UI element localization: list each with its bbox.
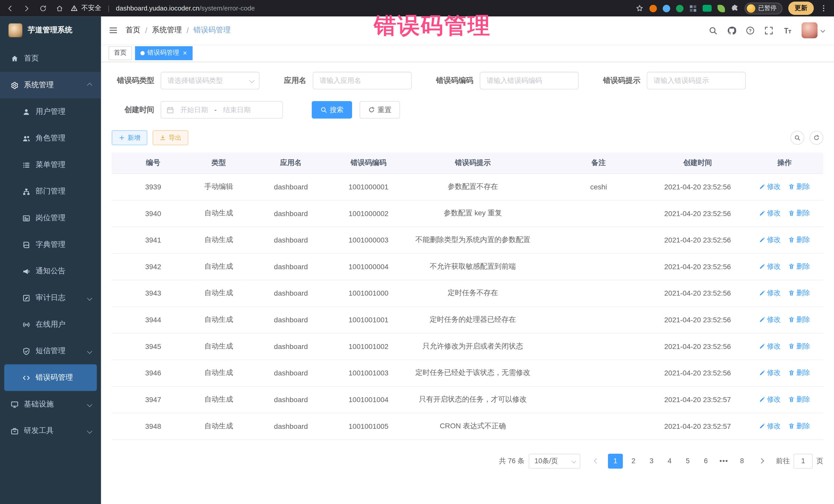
browser-back-button[interactable] <box>6 5 14 12</box>
browser-profile-chip[interactable]: 已暂停 <box>744 2 783 14</box>
browser-home-button[interactable] <box>56 5 63 12</box>
help-icon[interactable]: ? <box>746 26 755 35</box>
user-avatar-menu[interactable] <box>802 22 825 38</box>
address-url[interactable]: dashboard.yudao.iocoder.cn/system/error-… <box>116 5 255 12</box>
sidebar-item-dept-management[interactable]: 部门管理 <box>0 178 101 205</box>
extension-icon-blue-drop[interactable] <box>663 5 670 12</box>
extension-icon-switch[interactable] <box>702 5 711 12</box>
delete-link[interactable]: 删除 <box>788 209 810 218</box>
pager-page-1[interactable]: 1 <box>608 454 623 468</box>
edit-link[interactable]: 修改 <box>759 209 781 218</box>
edit-link[interactable]: 修改 <box>759 315 781 324</box>
extension-icon-leaf[interactable] <box>717 5 725 12</box>
delete-link[interactable]: 删除 <box>788 368 810 377</box>
edit-link[interactable]: 修改 <box>759 395 781 404</box>
search-icon[interactable] <box>708 26 718 35</box>
edit-link[interactable]: 修改 <box>759 421 781 431</box>
github-icon[interactable] <box>727 26 736 35</box>
delete-icon <box>788 237 795 243</box>
sidebar-item-online-users[interactable]: 在线用户 <box>0 311 101 338</box>
edit-link[interactable]: 修改 <box>759 342 781 351</box>
error-type-select[interactable]: 请选择错误码类型 <box>161 72 260 89</box>
delete-link[interactable]: 删除 <box>788 342 810 351</box>
toggle-search-button[interactable] <box>790 131 804 145</box>
sidebar-item-system-management[interactable]: 系统管理 <box>0 72 101 98</box>
pager-page-2[interactable]: 2 <box>626 454 641 468</box>
app-name-input[interactable] <box>313 72 412 89</box>
cell-remark <box>548 253 650 280</box>
pager-next-button[interactable] <box>754 454 769 468</box>
refresh-table-button[interactable] <box>810 131 824 145</box>
cell-actions: 修改删除 <box>746 174 823 200</box>
delete-link[interactable]: 删除 <box>788 288 810 298</box>
goto-page-input[interactable] <box>793 454 813 468</box>
create-time-range-picker[interactable]: - <box>161 101 283 118</box>
sidebar-item-sms-management[interactable]: 短信管理 <box>0 338 101 365</box>
sidebar-collapse-button[interactable] <box>109 25 118 35</box>
cell-id: 3945 <box>112 333 195 360</box>
breadcrumb-home[interactable]: 首页 <box>126 25 140 35</box>
start-date-input[interactable] <box>178 106 211 114</box>
tab-error-code[interactable]: 错误码管理 × <box>135 46 192 60</box>
chevron-down-icon <box>87 349 92 354</box>
sidebar-item-dev-tools[interactable]: 研发工具 <box>0 418 101 444</box>
url-path: /system/error-code <box>199 5 255 12</box>
browser-forward-button[interactable] <box>23 5 30 12</box>
sidebar-item-role-management[interactable]: 角色管理 <box>0 125 101 152</box>
sidebar-item-error-code-management[interactable]: 错误码管理 <box>4 365 97 391</box>
delete-link[interactable]: 删除 <box>788 421 810 431</box>
sidebar-item-home[interactable]: 首页 <box>0 45 101 72</box>
extension-icon-green[interactable] <box>676 5 683 12</box>
export-button[interactable]: 导出 <box>153 130 188 145</box>
page-size-select[interactable]: 10条/页 <box>529 454 580 468</box>
end-date-input[interactable] <box>220 106 254 114</box>
pager-page-6[interactable]: 6 <box>698 454 713 468</box>
sidebar-item-dict-management[interactable]: 字典管理 <box>0 232 101 258</box>
browser-reload-button[interactable] <box>39 5 47 12</box>
edit-link[interactable]: 修改 <box>759 288 781 298</box>
tab-close-icon[interactable]: × <box>183 49 187 57</box>
browser-menu-icon[interactable] <box>820 4 828 12</box>
cell-hint: 参数配置 key 重复 <box>398 200 548 226</box>
font-size-icon[interactable] <box>783 26 792 35</box>
delete-link[interactable]: 删除 <box>788 235 810 245</box>
pager-more[interactable]: ••• <box>717 454 731 468</box>
reset-button[interactable]: 重置 <box>359 101 400 118</box>
edit-link[interactable]: 修改 <box>759 368 781 377</box>
add-button[interactable]: 新增 <box>112 130 147 145</box>
sidebar-item-user-management[interactable]: 用户管理 <box>0 98 101 125</box>
edit-link[interactable]: 修改 <box>759 262 781 271</box>
sidebar-item-infrastructure[interactable]: 基础设施 <box>0 391 101 418</box>
delete-link[interactable]: 删除 <box>788 182 810 192</box>
sidebar-item-notice[interactable]: 通知公告 <box>0 258 101 285</box>
extension-icon-squares[interactable] <box>689 5 697 12</box>
tab-home[interactable]: 首页 <box>109 46 132 60</box>
edit-link[interactable]: 修改 <box>759 235 781 245</box>
sidebar-item-menu-management[interactable]: 菜单管理 <box>0 152 101 178</box>
pager-page-4[interactable]: 4 <box>662 454 677 468</box>
search-button[interactable]: 搜索 <box>312 101 352 118</box>
extensions-puzzle-icon[interactable] <box>730 4 739 12</box>
browser-update-button[interactable]: 更新 <box>788 2 814 15</box>
error-hint-input[interactable] <box>647 72 746 89</box>
sidebar-item-post-management[interactable]: 岗位管理 <box>0 205 101 232</box>
pager-page-3[interactable]: 3 <box>644 454 659 468</box>
cell-remark <box>548 306 650 333</box>
pager-prev-button[interactable] <box>589 454 603 468</box>
sidebar-item-audit-log[interactable]: 审计日志 <box>0 285 101 311</box>
delete-link[interactable]: 删除 <box>788 395 810 404</box>
edit-link[interactable]: 修改 <box>759 182 781 192</box>
breadcrumb-system[interactable]: 系统管理 <box>152 25 182 35</box>
pager-page-8[interactable]: 8 <box>734 454 749 468</box>
pager-page-5[interactable]: 5 <box>680 454 695 468</box>
chevron-down-icon <box>87 295 92 301</box>
address-bar[interactable]: 不安全 | dashboard.yudao.iocoder.cn/system/… <box>71 4 255 13</box>
fullscreen-icon[interactable] <box>764 26 773 35</box>
cell-id: 3939 <box>112 174 195 200</box>
extension-icon-orange[interactable] <box>649 5 657 12</box>
error-code-input[interactable] <box>480 72 579 89</box>
delete-link[interactable]: 删除 <box>788 315 810 324</box>
delete-icon <box>788 263 795 270</box>
delete-link[interactable]: 删除 <box>788 262 810 271</box>
bookmark-star-icon[interactable] <box>635 4 643 12</box>
